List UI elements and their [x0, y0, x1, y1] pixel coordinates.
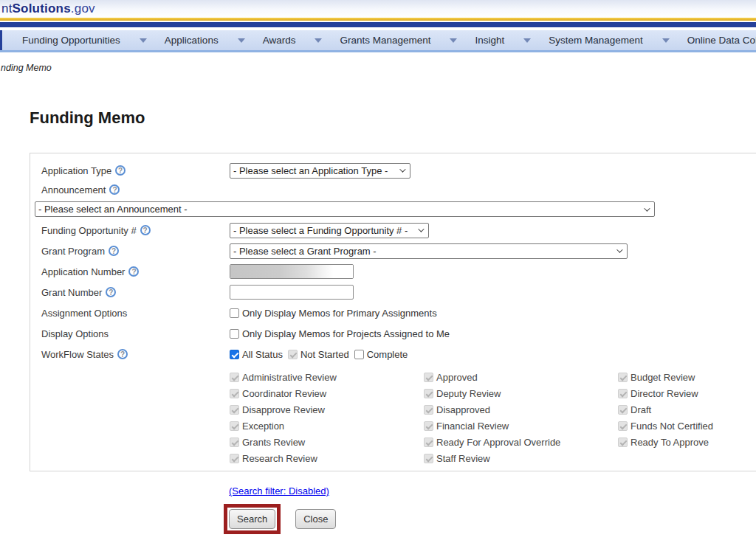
- complete-checkbox[interactable]: [354, 350, 364, 359]
- help-icon[interactable]: ?: [140, 225, 151, 235]
- help-icon[interactable]: ?: [106, 287, 116, 297]
- workflow-state-label: Coordinator Review: [242, 388, 326, 399]
- application-type-row: Application Type ? - Please select an Ap…: [35, 160, 756, 181]
- grant-number-input[interactable]: [230, 285, 354, 300]
- funding-opportunity-select[interactable]: - Please select a Funding Opportunity # …: [230, 223, 429, 238]
- search-button[interactable]: Search: [229, 509, 275, 529]
- workflow-state-checkbox-disabled: [424, 437, 433, 447]
- workflow-state-label: Disapprove Review: [242, 404, 325, 415]
- primary-assignments-checkbox[interactable]: [230, 308, 239, 318]
- close-button[interactable]: Close: [295, 509, 336, 529]
- primary-assignments-checkbox-label: Only Display Memos for Primary Assignmen…: [242, 308, 437, 319]
- nav-menu-item-label: Applications: [165, 35, 219, 46]
- nav-menu-item[interactable]: System Management: [549, 35, 670, 46]
- nav-menu-item[interactable]: Grants Management: [340, 35, 457, 46]
- help-icon[interactable]: ?: [128, 266, 139, 277]
- grant-program-select[interactable]: - Please select a Grant Program -: [230, 243, 628, 259]
- help-icon[interactable]: ?: [109, 184, 120, 195]
- application-type-label: Application Type ?: [41, 165, 230, 176]
- workflow-state-option: Research Review: [230, 450, 424, 466]
- workflow-state-option: Draft: [618, 401, 756, 418]
- application-type-select[interactable]: - Please select an Application Type -: [230, 163, 410, 179]
- nav-menu-item-label: Funding Opportunities: [22, 35, 120, 46]
- workflow-state-option: Director Review: [618, 385, 756, 401]
- breadcrumb: nding Memo: [1, 63, 756, 73]
- nav-menu-item[interactable]: Insight: [475, 35, 531, 46]
- action-buttons: Search Close: [224, 504, 336, 534]
- all-status-checkbox[interactable]: [230, 350, 239, 359]
- chevron-down-icon: [644, 205, 650, 211]
- not-started-checkbox: [288, 350, 298, 359]
- workflow-state-option: Financial Review: [424, 418, 618, 434]
- workflow-state-option: [618, 450, 756, 466]
- nav-menu-item[interactable]: Awards: [263, 35, 323, 46]
- nav-left-edge: [0, 30, 2, 50]
- projects-assigned-checkbox[interactable]: [230, 329, 239, 339]
- workflow-state-label: Administrative Review: [242, 372, 337, 383]
- workflow-state-label: Staff Review: [436, 453, 490, 464]
- workflow-state-checkbox-disabled: [230, 454, 239, 463]
- announcement-select[interactable]: - Please select an Announcement -: [35, 201, 655, 217]
- chevron-down-icon: [315, 38, 322, 43]
- display-options-row: Display Options Only Display Memos for P…: [35, 323, 756, 344]
- workflow-state-option: Approved: [424, 369, 618, 385]
- workflow-state-label: Research Review: [242, 453, 317, 464]
- main-nav: Funding Opportunities Applications Award…: [0, 30, 756, 50]
- nav-menu-item[interactable]: Applications: [165, 35, 245, 46]
- announcement-select-value: - Please select an Announcement -: [38, 204, 188, 215]
- workflow-state-label: Approved: [436, 372, 478, 383]
- assignment-options-row: Assignment Options Only Display Memos fo…: [35, 302, 756, 323]
- complete-label: Complete: [367, 349, 408, 360]
- grant-program-row: Grant Program ? - Please select a Grant …: [35, 241, 756, 261]
- announcement-label: Announcement ?: [41, 184, 230, 196]
- projects-assigned-checkbox-label: Only Display Memos for Projects Assigned…: [242, 328, 450, 339]
- logo-suffix: .gov: [71, 1, 95, 15]
- workflow-state-checkbox-disabled: [424, 405, 433, 415]
- announcement-label-row: Announcement ?: [35, 181, 756, 198]
- grantsolutions-logo[interactable]: ntSolutions.gov: [1, 1, 95, 16]
- grant-number-row: Grant Number ?: [35, 282, 756, 302]
- assignment-options-label: Assignment Options: [41, 308, 230, 319]
- workflow-state-checkbox-disabled: [230, 389, 239, 398]
- workflow-state-checkbox-disabled: [618, 437, 628, 447]
- page-title: Funding Memo: [30, 108, 756, 128]
- nav-menu-item[interactable]: Online Data Collection: [687, 35, 756, 46]
- workflow-state-option: Funds Not Certified: [618, 418, 756, 434]
- chevron-down-icon: [450, 38, 457, 43]
- workflow-state-label: Financial Review: [436, 421, 509, 432]
- grant-program-label: Grant Program ?: [41, 246, 230, 257]
- workflow-state-checkbox-disabled: [618, 405, 628, 415]
- workflow-state-option: Exception: [230, 418, 424, 434]
- workflow-state-checkbox-disabled: [424, 454, 433, 463]
- not-started-label: Not Started: [300, 349, 349, 360]
- nav-menu-item-label: Awards: [263, 35, 296, 46]
- navy-stripe: [0, 22, 756, 27]
- not-started-option: Not Started: [288, 349, 349, 360]
- search-criteria-panel: Application Type ? - Please select an Ap…: [30, 153, 756, 471]
- workflow-state-checkbox-disabled: [230, 405, 239, 415]
- chevron-down-icon: [616, 246, 622, 252]
- workflow-state-checkbox-disabled: [618, 389, 628, 398]
- chevron-down-icon: [140, 38, 147, 43]
- application-number-label: Application Number ?: [41, 266, 230, 277]
- application-number-input[interactable]: [230, 264, 354, 279]
- projects-assigned-option: Only Display Memos for Projects Assigned…: [230, 328, 450, 339]
- workflow-state-checkbox-disabled: [230, 373, 239, 382]
- help-icon[interactable]: ?: [115, 165, 126, 176]
- funding-opportunity-select-value: - Please select a Funding Opportunity # …: [233, 225, 408, 236]
- search-filter-link[interactable]: (Search filter: Disabled): [229, 485, 329, 497]
- help-icon[interactable]: ?: [117, 349, 128, 359]
- application-type-select-value: - Please select an Application Type -: [233, 165, 388, 176]
- workflow-state-label: Funds Not Certified: [630, 421, 713, 432]
- application-number-row: Application Number ?: [35, 261, 756, 282]
- workflow-state-label: Ready To Approve: [630, 437, 709, 448]
- grant-number-label: Grant Number ?: [41, 287, 230, 298]
- workflow-state-label: Director Review: [630, 388, 698, 399]
- help-icon[interactable]: ?: [109, 246, 119, 256]
- logo-prefix: nt: [1, 1, 13, 15]
- workflow-state-label: Deputy Review: [436, 388, 501, 399]
- workflow-state-label: Ready For Approval Override: [436, 437, 560, 448]
- workflow-state-label: Exception: [242, 421, 284, 432]
- nav-menu-item[interactable]: Funding Opportunities: [22, 35, 147, 46]
- redacted-value: [230, 265, 353, 278]
